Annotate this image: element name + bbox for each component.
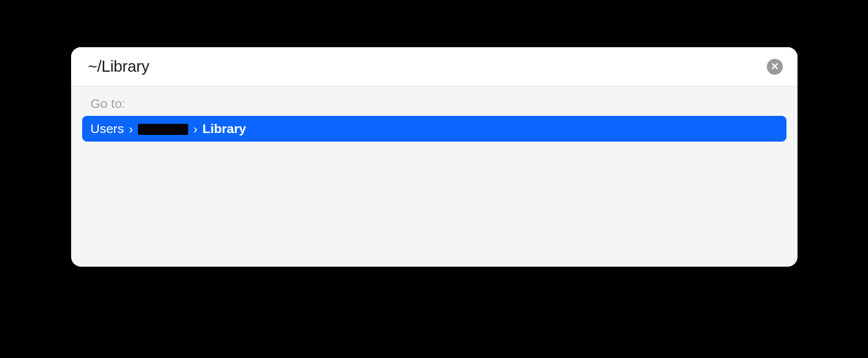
breadcrumb-segment: Users — [91, 121, 124, 136]
search-row — [71, 47, 798, 86]
breadcrumb-segment: Library — [202, 121, 246, 136]
chevron-right-icon: › — [129, 121, 133, 136]
clear-button[interactable] — [767, 59, 783, 75]
path-result-row[interactable]: Users › › Library — [82, 116, 786, 142]
results-area: Go to: Users › › Library — [71, 86, 798, 267]
chevron-right-icon: › — [193, 121, 197, 136]
breadcrumb-segment-redacted — [138, 124, 188, 135]
path-input[interactable] — [88, 57, 767, 76]
go-to-folder-dialog: Go to: Users › › Library — [71, 47, 798, 267]
close-icon — [771, 61, 779, 72]
section-label: Go to: — [82, 96, 786, 116]
